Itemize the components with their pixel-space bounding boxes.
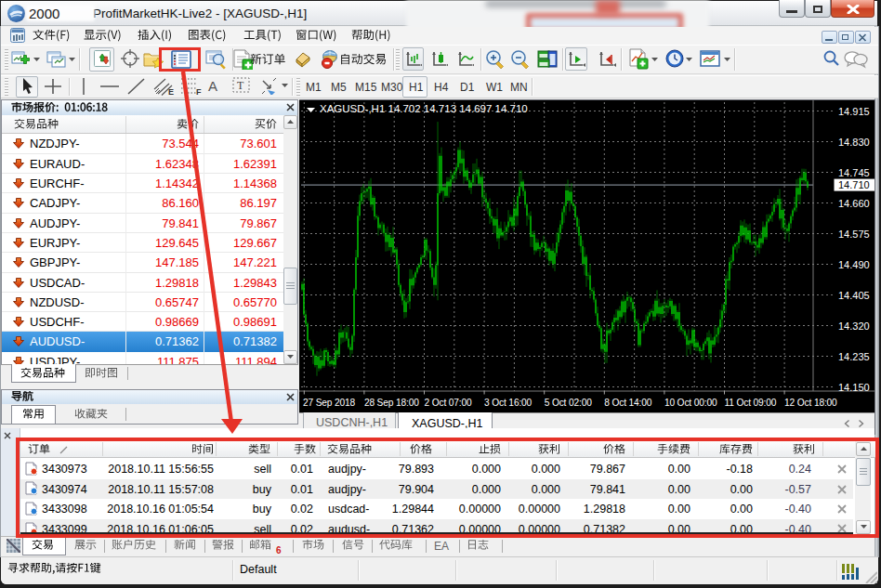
svg-text:2 Oct 07:00: 2 Oct 07:00 (425, 398, 473, 408)
svg-text:14.490: 14.490 (838, 259, 870, 270)
svg-text:14.745: 14.745 (838, 167, 870, 178)
svg-text:27 Sep 2018: 27 Sep 2018 (303, 398, 356, 408)
svg-text:14.660: 14.660 (838, 198, 870, 209)
svg-text:10 Oct 00:00: 10 Oct 00:00 (664, 398, 717, 408)
svg-text:T: T (237, 79, 244, 92)
svg-text:14.320: 14.320 (838, 320, 870, 332)
svg-text:14.830: 14.830 (838, 137, 870, 148)
svg-text:8 Oct 14:00: 8 Oct 14:00 (604, 398, 652, 408)
svg-text:F: F (196, 87, 202, 96)
svg-text:A: A (208, 78, 217, 93)
svg-text:11 Oct 09:00: 11 Oct 09:00 (725, 398, 777, 408)
svg-text:3 Oct 16:00: 3 Oct 16:00 (484, 398, 533, 408)
svg-text:XAGUSD-,H1 14.702 14.713 14.6: XAGUSD-,H1 14.702 14.713 14.697 14.710 (320, 103, 528, 114)
svg-text:28 Sep 18:00: 28 Sep 18:00 (364, 398, 419, 408)
svg-text:14.575: 14.575 (838, 229, 870, 240)
svg-text:E: E (168, 87, 174, 96)
svg-text:5 Oct 02:00: 5 Oct 02:00 (545, 398, 593, 408)
svg-text:14.235: 14.235 (838, 351, 870, 362)
svg-text:14.150: 14.150 (838, 382, 870, 393)
svg-text:14.710: 14.710 (838, 179, 870, 190)
svg-text:12 Oct 18:00: 12 Oct 18:00 (784, 398, 837, 408)
svg-text:14.915: 14.915 (838, 106, 870, 117)
svg-text:14.405: 14.405 (838, 290, 870, 301)
